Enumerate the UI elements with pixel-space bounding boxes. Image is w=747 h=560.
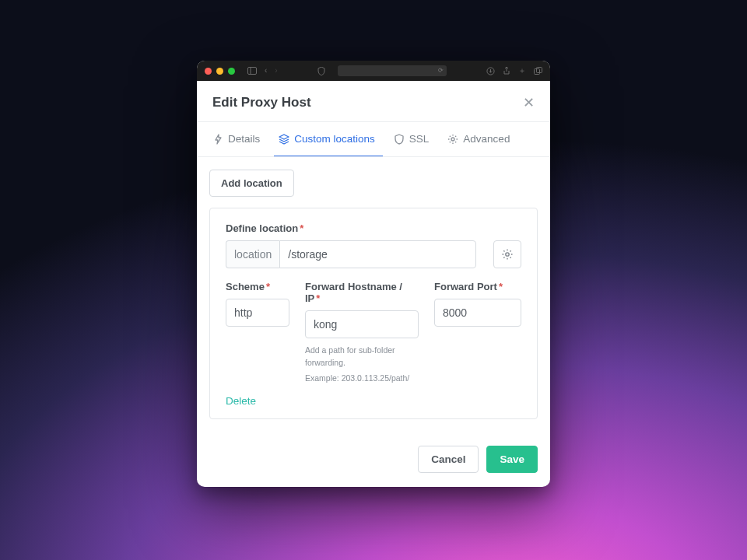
tab-label: Custom locations xyxy=(294,133,375,145)
location-path-input[interactable] xyxy=(279,240,476,268)
add-location-button[interactable]: Add location xyxy=(209,170,294,197)
traffic-lights xyxy=(205,68,235,75)
shield-icon xyxy=(394,134,405,145)
svg-rect-0 xyxy=(248,68,257,75)
tab-label: Details xyxy=(228,133,260,145)
tab-label: SSL xyxy=(409,133,430,145)
modal-footer: Cancel Save xyxy=(197,435,550,487)
tab-label: Advanced xyxy=(463,133,510,145)
hostname-input[interactable] xyxy=(305,310,419,338)
location-row: location xyxy=(226,240,521,268)
app-window: ‹ › ⟳ ＋ Edit Proxy Host ✕ xyxy=(197,61,550,487)
new-tab-icon[interactable]: ＋ xyxy=(518,67,526,75)
hostname-column: Forward Hostname / IP* Add a path for su… xyxy=(305,281,419,384)
address-bar[interactable]: ⟳ xyxy=(338,65,447,76)
scheme-select[interactable] xyxy=(226,299,289,327)
layers-icon xyxy=(279,134,289,145)
window-titlebar: ‹ › ⟳ ＋ xyxy=(197,61,550,81)
privacy-shield-icon[interactable] xyxy=(317,67,325,75)
download-icon[interactable] xyxy=(486,67,495,75)
forward-icon[interactable]: › xyxy=(275,67,277,75)
tab-ssl[interactable]: SSL xyxy=(389,122,437,156)
save-button[interactable]: Save xyxy=(486,446,538,473)
hostname-hint-1: Add a path for sub-folder forwarding. xyxy=(305,345,419,369)
close-window-icon[interactable] xyxy=(205,68,212,75)
share-icon[interactable] xyxy=(503,66,510,75)
reload-icon[interactable]: ⟳ xyxy=(438,67,444,74)
minimize-window-icon[interactable] xyxy=(216,68,223,75)
required-marker: * xyxy=(300,222,303,234)
tab-details[interactable]: Details xyxy=(208,122,268,156)
tabs-overview-icon[interactable] xyxy=(534,67,542,75)
gear-icon xyxy=(501,248,514,261)
scheme-column: Scheme* xyxy=(226,281,289,384)
required-marker: * xyxy=(266,281,270,292)
define-location-label: Define location* xyxy=(226,222,521,234)
hostname-hint-2: Example: 203.0.113.25/path/ xyxy=(305,373,419,385)
settings-icon xyxy=(447,134,458,145)
tab-custom-locations[interactable]: Custom locations xyxy=(274,122,383,156)
maximize-window-icon[interactable] xyxy=(228,68,235,75)
modal-header: Edit Proxy Host ✕ xyxy=(197,81,550,121)
svg-point-6 xyxy=(506,253,509,256)
cancel-button[interactable]: Cancel xyxy=(418,446,479,473)
required-marker: * xyxy=(499,281,503,292)
location-prefix-addon: location xyxy=(226,240,279,268)
tab-advanced[interactable]: Advanced xyxy=(443,122,517,156)
location-settings-button[interactable] xyxy=(493,240,521,268)
hostname-label: Forward Hostname / IP* xyxy=(305,281,419,304)
tab-bar: Details Custom locations SSL Advanced xyxy=(197,122,550,157)
close-icon[interactable]: ✕ xyxy=(523,96,535,110)
sidebar-toggle-icon[interactable] xyxy=(247,67,257,75)
delete-location-link[interactable]: Delete xyxy=(226,395,256,407)
modal-title: Edit Proxy Host xyxy=(212,95,311,110)
port-label: Forward Port* xyxy=(434,281,521,292)
svg-point-5 xyxy=(451,138,454,141)
forward-row: Scheme* Forward Hostname / IP* Add a pat… xyxy=(226,281,521,384)
back-icon[interactable]: ‹ xyxy=(265,67,267,75)
scheme-label: Scheme* xyxy=(226,281,289,292)
lightning-icon xyxy=(212,134,223,145)
location-input-group: location xyxy=(226,240,476,268)
required-marker: * xyxy=(316,292,320,304)
location-card: Define location* location Scheme* xyxy=(209,208,538,419)
port-input[interactable] xyxy=(434,299,521,327)
port-column: Forward Port* xyxy=(434,281,521,384)
modal-body: Add location Define location* location xyxy=(197,157,550,435)
